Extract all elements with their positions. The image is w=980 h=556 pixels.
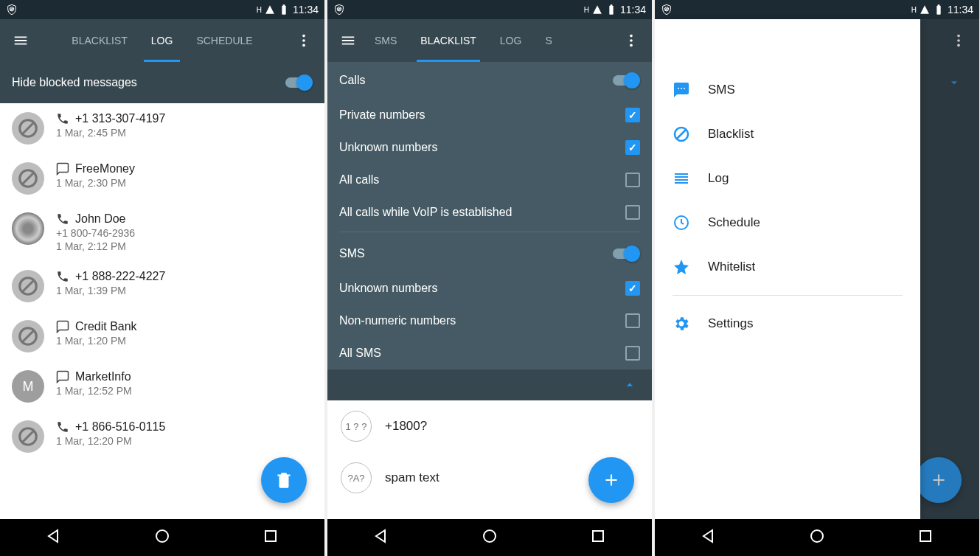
drawer-item-schedule[interactable]: Schedule: [655, 201, 920, 245]
add-fab[interactable]: [588, 457, 634, 503]
entry-badge: ?A?: [341, 462, 372, 493]
calls-label: Calls: [339, 74, 366, 87]
calls-option[interactable]: Unknown numbers: [327, 131, 652, 164]
log-title: +1 888-222-4227: [75, 270, 165, 283]
tab-blacklist[interactable]: BLACKLIST: [60, 19, 139, 62]
collapse-button[interactable]: [327, 369, 652, 400]
log-time: 1 Mar, 12:20 PM: [56, 435, 313, 447]
nav-back[interactable]: [700, 527, 717, 548]
plus-icon: [602, 470, 621, 490]
status-bar: H 11:34: [0, 0, 324, 19]
plus-icon: [929, 470, 948, 490]
call-icon: [56, 112, 69, 125]
drawer-item-blacklist[interactable]: Blacklist: [655, 112, 920, 156]
drawer-item-sms[interactable]: SMS: [655, 68, 920, 112]
app-bar: SMS BLACKLIST LOG S: [327, 19, 652, 62]
clock-text: 11:34: [620, 4, 646, 15]
calls-option[interactable]: Private numbers: [327, 99, 652, 131]
delete-fab[interactable]: [261, 457, 307, 503]
call-icon: [56, 212, 69, 226]
tab-log[interactable]: LOG: [139, 19, 185, 62]
checkbox[interactable]: [625, 313, 640, 328]
sms-section-header[interactable]: SMS: [327, 235, 652, 272]
log-item[interactable]: FreeMoney1 Mar, 2:30 PM: [0, 153, 324, 204]
checkbox[interactable]: [625, 140, 640, 155]
blacklist-content: Calls Private numbersUnknown numbersAll …: [327, 62, 652, 519]
sms-option[interactable]: Unknown numbers: [327, 272, 652, 305]
nav-recent[interactable]: [589, 527, 607, 548]
log-item[interactable]: +1 866-516-01151 Mar, 12:20 PM: [0, 411, 324, 462]
option-label: All SMS: [339, 347, 381, 360]
phone-screen-blacklist: H 11:34 SMS BLACKLIST LOG S Calls Privat…: [327, 0, 652, 556]
letter-avatar: M: [12, 370, 44, 403]
option-label: Unknown numbers: [339, 141, 437, 154]
signal-icon: [592, 4, 602, 15]
overflow-button[interactable]: [289, 26, 319, 55]
log-item[interactable]: Credit Bank1 Mar, 1:20 PM: [0, 311, 324, 361]
entry-text: spam text: [385, 470, 439, 485]
checkbox[interactable]: [625, 281, 640, 296]
checkbox[interactable]: [625, 205, 640, 220]
log-item[interactable]: MMarketInfo1 Mar, 12:52 PM: [0, 361, 324, 411]
nav-home[interactable]: [808, 527, 826, 548]
nav-recent[interactable]: [917, 527, 934, 548]
log-time: 1 Mar, 2:30 PM: [56, 177, 313, 189]
tab-sms[interactable]: SMS: [363, 19, 409, 62]
blocked-avatar-icon: [12, 270, 44, 302]
call-icon: [56, 270, 69, 283]
drawer-item-settings[interactable]: Settings: [655, 302, 920, 346]
tab-bar: BLACKLIST LOG SCHEDULE: [35, 19, 289, 62]
sms-toggle[interactable]: [611, 246, 640, 262]
nav-recent[interactable]: [262, 527, 279, 548]
hide-blocked-toggle[interactable]: [283, 74, 313, 91]
checkbox[interactable]: [625, 346, 640, 361]
status-bar: H 11:34: [655, 0, 979, 19]
hamburger-icon: [13, 32, 29, 49]
log-item[interactable]: +1 313-307-41971 Mar, 2:45 PM: [0, 103, 324, 153]
menu-button[interactable]: [6, 26, 35, 55]
entry-text: +1800?: [385, 419, 427, 434]
network-indicator: H: [911, 6, 917, 14]
tab-schedule-partial[interactable]: S: [533, 19, 563, 62]
blocked-avatar-icon: [12, 420, 44, 453]
drawer-label: Blacklist: [708, 127, 754, 142]
tab-bar: SMS BLACKLIST LOG S: [363, 19, 616, 62]
log-title: Credit Bank: [75, 320, 137, 333]
nav-back[interactable]: [372, 527, 390, 548]
network-indicator: H: [257, 6, 262, 14]
tab-blacklist[interactable]: BLACKLIST: [409, 19, 487, 62]
option-label: Unknown numbers: [339, 282, 437, 295]
calls-option[interactable]: All calls: [327, 164, 652, 196]
drawer-item-whitelist[interactable]: Whitelist: [655, 245, 920, 289]
overflow-button[interactable]: [616, 26, 646, 55]
log-title: John Doe: [75, 212, 126, 226]
log-item[interactable]: +1 888-222-42271 Mar, 1:39 PM: [0, 261, 324, 311]
sms-option[interactable]: All SMS: [327, 337, 652, 369]
calls-toggle[interactable]: [611, 72, 640, 88]
hamburger-icon: [340, 32, 356, 49]
add-fab[interactable]: [916, 457, 962, 503]
nav-back[interactable]: [45, 527, 63, 548]
phone-screen-log: H 11:34 BLACKLIST LOG SCHEDULE Hide bloc…: [0, 0, 324, 556]
star-icon: [673, 258, 690, 276]
log-title: FreeMoney: [75, 162, 135, 176]
drawer-item-log[interactable]: Log: [655, 156, 920, 201]
log-item[interactable]: John Doe+1 800-746-29361 Mar, 2:12 PM: [0, 204, 324, 261]
hide-blocked-row[interactable]: Hide blocked messages: [0, 62, 324, 103]
blocked-avatar-icon: [12, 320, 44, 352]
calls-option[interactable]: All calls while VoIP is established: [327, 196, 652, 229]
nav-home[interactable]: [153, 527, 171, 548]
log-time: 1 Mar, 12:52 PM: [56, 385, 313, 397]
log-title: MarketInfo: [75, 370, 131, 383]
tab-schedule[interactable]: SCHEDULE: [184, 19, 264, 62]
nav-home[interactable]: [481, 527, 498, 548]
checkbox[interactable]: [625, 173, 640, 187]
calls-section-header[interactable]: Calls: [327, 62, 652, 99]
checkbox[interactable]: [625, 108, 640, 122]
blacklist-entry[interactable]: 1 ? ?+1800?: [327, 400, 652, 452]
status-bar: H 11:34: [327, 0, 652, 19]
menu-button[interactable]: [333, 26, 363, 55]
nav-bar: [0, 519, 324, 556]
sms-option[interactable]: Non-numeric numbers: [327, 305, 652, 337]
tab-log[interactable]: LOG: [488, 19, 534, 62]
